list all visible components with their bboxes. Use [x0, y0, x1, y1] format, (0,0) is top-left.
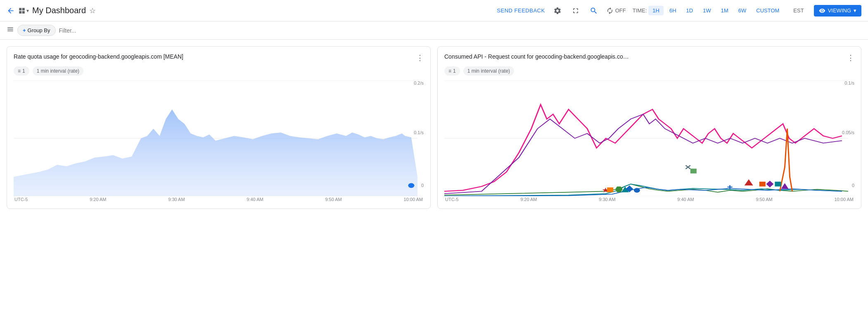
chart-1-y-top: 0.2/s: [414, 80, 424, 85]
svg-rect-15: [690, 169, 697, 174]
time-btn-custom[interactable]: CUSTOM: [752, 6, 783, 15]
chart-1-y-mid: 0.1/s: [414, 130, 424, 135]
chart-2-x-labels: UTC-5 9:20 AM 9:30 AM 9:40 AM 9:50 AM 10…: [444, 197, 854, 202]
svg-rect-18: [759, 182, 766, 187]
badge-1-icon: ≡: [18, 68, 21, 74]
chart-2-y-mid: 0.05/s: [842, 130, 854, 135]
time-btn-1h[interactable]: 1H: [648, 6, 664, 15]
toolbar: + Group By: [0, 21, 868, 40]
x-label-3: 9:40 AM: [247, 197, 263, 202]
viewing-button[interactable]: VIEWING ▾: [814, 5, 861, 17]
chart-2-interval-badge[interactable]: 1 min interval (rate): [463, 66, 514, 76]
page-title: My Dashboard: [32, 6, 86, 15]
dashboard-content: Rate quota usage for geocoding-backend.g…: [0, 40, 868, 215]
chart-1-interval-badge[interactable]: 1 min interval (rate): [33, 66, 83, 76]
header-center: SEND FEEDBACK OFF TIME: 1H 6H 1D 1W 1M 6…: [497, 5, 861, 17]
chart-1-x-labels: UTC-5 9:20 AM 9:30 AM 9:40 AM 9:50 AM 10…: [14, 197, 424, 202]
dashboard-dropdown-icon: ▾: [26, 8, 29, 14]
time-btn-1m[interactable]: 1M: [717, 6, 733, 15]
time-btn-1d[interactable]: 1D: [682, 6, 697, 15]
time-label: TIME:: [633, 7, 647, 14]
back-button[interactable]: [7, 7, 15, 15]
x-label-1: 9:20 AM: [90, 197, 106, 202]
svg-point-4: [408, 183, 414, 188]
badge-1-count: 1: [22, 68, 25, 74]
svg-marker-17: [745, 179, 753, 185]
plus-icon: +: [23, 27, 26, 33]
chart-1-badges: ≡ 1 1 min interval (rate): [14, 66, 424, 76]
header: ▾ My Dashboard ☆ SEND FEEDBACK OFF TIME:…: [0, 0, 868, 21]
header-left: ▾ My Dashboard ☆: [7, 6, 493, 15]
svg-rect-9: [607, 187, 613, 192]
chart-2-svg: ★ ✕ +: [444, 80, 854, 196]
svg-point-13: [634, 188, 640, 193]
chart-2-filter-badge[interactable]: ≡ 1: [444, 66, 460, 76]
menu-icon[interactable]: [7, 26, 14, 35]
x-label-5: 10:00 AM: [404, 197, 423, 202]
chart-1-y-bot: 0: [421, 183, 424, 188]
chart-1-area: 0.2/s 0.1/s 0: [14, 80, 424, 196]
group-by-label: Group By: [28, 27, 50, 33]
filter-input[interactable]: [59, 27, 861, 34]
fullscreen-icon[interactable]: [570, 5, 581, 17]
chart-2-y-top: 0.1/s: [844, 80, 854, 85]
chart-2-area: 0.1/s 0.05/s 0: [444, 80, 854, 196]
time-btn-6w[interactable]: 6W: [734, 6, 751, 15]
group-by-button[interactable]: + Group By: [17, 25, 56, 36]
viewing-label: VIEWING: [828, 7, 851, 14]
time-btn-1w[interactable]: 1W: [699, 6, 715, 15]
chart-1-header: Rate quota usage for geocoding-backend.g…: [14, 53, 424, 62]
svg-text:+: +: [727, 182, 733, 191]
settings-icon[interactable]: [552, 5, 563, 17]
auto-refresh-label: OFF: [615, 7, 626, 14]
time-btn-6h[interactable]: 6H: [665, 6, 681, 15]
x-label-0: UTC-5: [14, 197, 28, 202]
chart-2-header: Consumed API - Request count for geocodi…: [444, 53, 854, 62]
chart-1-filter-badge[interactable]: ≡ 1: [14, 66, 29, 76]
svg-marker-19: [766, 181, 773, 187]
badge-2-icon: ≡: [448, 68, 451, 74]
favorite-icon[interactable]: ☆: [89, 6, 96, 15]
timezone-button[interactable]: EST: [790, 6, 807, 15]
svg-marker-21: [781, 183, 788, 189]
time-section: TIME: 1H 6H 1D 1W 1M 6W CUSTOM: [633, 6, 784, 15]
x2-label-0: UTC-5: [445, 197, 458, 202]
svg-rect-20: [775, 182, 781, 187]
x2-label-5: 10:00 AM: [835, 197, 854, 202]
chart-card-2: Consumed API - Request count for geocodi…: [437, 46, 861, 209]
x-label-2: 9:30 AM: [168, 197, 185, 202]
chart-2-title: Consumed API - Request count for geocodi…: [444, 53, 629, 60]
chart-2-more-icon[interactable]: ⋮: [847, 53, 854, 62]
chart-1-svg: [14, 80, 424, 196]
badge-2-interval-label: 1 min interval (rate): [467, 68, 510, 74]
badge-1-interval-label: 1 min interval (rate): [37, 68, 79, 74]
auto-refresh-control[interactable]: OFF: [606, 7, 626, 14]
chart-1-more-icon[interactable]: ⋮: [416, 53, 424, 62]
search-icon[interactable]: [588, 5, 600, 17]
chart-2-badges: ≡ 1 1 min interval (rate): [444, 66, 854, 76]
chart-1-title: Rate quota usage for geocoding-backend.g…: [14, 53, 183, 60]
chart-card-1: Rate quota usage for geocoding-backend.g…: [7, 46, 431, 209]
dashboard-icon-btn[interactable]: ▾: [18, 7, 29, 14]
chart-2-y-bot: 0: [852, 183, 854, 188]
x-label-4: 9:50 AM: [325, 197, 342, 202]
viewing-dropdown-icon: ▾: [854, 7, 856, 14]
x2-label-2: 9:30 AM: [599, 197, 615, 202]
send-feedback-button[interactable]: SEND FEEDBACK: [497, 7, 545, 14]
x2-label-1: 9:20 AM: [520, 197, 537, 202]
x2-label-3: 9:40 AM: [677, 197, 694, 202]
svg-marker-3: [14, 109, 417, 196]
badge-2-count: 1: [453, 68, 456, 74]
x2-label-4: 9:50 AM: [756, 197, 772, 202]
